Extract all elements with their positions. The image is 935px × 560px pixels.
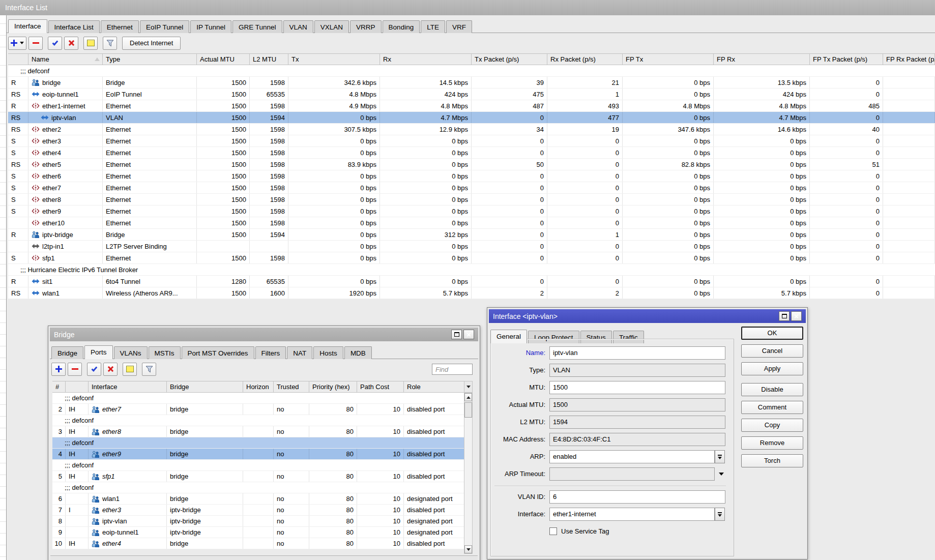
remove-button[interactable] <box>68 363 82 376</box>
disable-button[interactable]: Disable <box>741 383 803 396</box>
bridge-port-row[interactable]: 9eoip-tunnel1iptv-bridgeno8010designated… <box>52 527 468 538</box>
interface-row[interactable]: Sether6Ethernet150015980 bps0 bps000 bps… <box>8 170 935 182</box>
tab-ethernet[interactable]: Ethernet <box>101 20 139 33</box>
use-service-tag-checkbox[interactable] <box>549 527 557 535</box>
tab-gre-tunnel[interactable]: GRE Tunnel <box>232 20 282 33</box>
column-header-fp-tx-packet-p-s-[interactable]: FP Tx Packet (p/s) <box>810 54 883 65</box>
tab-general[interactable]: General <box>490 330 527 343</box>
interface-row[interactable]: Sether3Ethernet150015980 bps0 bps000 bps… <box>8 135 935 147</box>
tab-vlan[interactable]: VLAN <box>283 20 313 33</box>
disable-button[interactable] <box>64 37 78 50</box>
interface-row[interactable]: Riptv-bridgeBridge150015940 bps312 bps01… <box>8 229 935 241</box>
tab-vxlan[interactable]: VXLAN <box>314 20 349 33</box>
add-button[interactable] <box>8 37 26 50</box>
interface-row[interactable]: Sether7Ethernet150015980 bps0 bps000 bps… <box>8 182 935 194</box>
bridge-port-row[interactable]: 10IHether4bridgeno8010disabled port <box>52 538 468 549</box>
bridge-port-row[interactable]: 5IHsfp1bridgeno8010disabled port <box>52 471 468 482</box>
filter-button[interactable] <box>142 363 156 376</box>
tab-vrf[interactable]: VRF <box>446 20 472 33</box>
column-header-actual-mtu[interactable]: Actual MTU <box>197 54 250 65</box>
column-header-name[interactable]: Name <box>28 54 103 65</box>
comment-button[interactable] <box>83 37 98 50</box>
column-header-role[interactable]: Role <box>404 381 467 392</box>
column-header-rx-packet-p-s-[interactable]: Rx Packet (p/s) <box>547 54 623 65</box>
interface-row[interactable]: l2tp-in1L2TP Server Binding0 bps0 bps000… <box>8 241 935 252</box>
close-button[interactable]: × <box>791 311 802 321</box>
tab-bonding[interactable]: Bonding <box>383 20 420 33</box>
column-header-rx[interactable]: Rx <box>380 54 472 65</box>
tab-ip-tunnel[interactable]: IP Tunnel <box>190 20 231 33</box>
interface-row[interactable]: RSether2Ethernet15001598307.5 kbps12.9 k… <box>8 124 935 135</box>
interface-row[interactable]: RSwlan1Wireless (Atheros AR9...150016001… <box>8 287 935 299</box>
interface-dropdown-button[interactable] <box>715 508 725 521</box>
mtu-field[interactable]: 1500 <box>549 381 725 394</box>
arp-field[interactable]: enabled <box>549 450 715 463</box>
ok-button[interactable]: OK <box>741 327 803 340</box>
find-input[interactable] <box>432 364 473 375</box>
bridge-port-row[interactable]: 4IHether9bridgeno8010disabled port <box>52 449 468 460</box>
torch-button[interactable]: Torch <box>741 454 803 467</box>
remove-button[interactable]: Remove <box>741 436 803 450</box>
comment-row[interactable]: ;;; defconf <box>52 460 468 471</box>
bridge-port-row[interactable]: 6wlan1bridgeno8010designated port <box>52 493 468 505</box>
comment-row[interactable]: ;;; Hurricane Electric IPv6 Tunnel Broke… <box>8 264 935 276</box>
comment-button[interactable]: Comment <box>741 401 803 414</box>
tab-bridge[interactable]: Bridge <box>51 346 83 359</box>
column-header-fp-rx[interactable]: FP Rx <box>714 54 810 65</box>
comment-row[interactable]: ;;; defconf <box>52 482 468 493</box>
column-header-bridge[interactable]: Bridge <box>167 381 243 392</box>
interface-row[interactable]: RSiptv-vlanVLAN150015940 bps4.7 Mbps0477… <box>8 112 935 124</box>
tab-mdb[interactable]: MDB <box>344 346 372 359</box>
column-header-fp-rx-packet-p-s-[interactable]: FP Rx Packet (p/s) <box>883 54 935 65</box>
interface-row[interactable]: Ssfp1Ethernet150015980 bps0 bps000 bps0 … <box>8 252 935 264</box>
scroll-down-button[interactable] <box>464 545 472 553</box>
tab-interface[interactable]: Interface <box>8 19 47 33</box>
remove-button[interactable] <box>28 37 43 50</box>
column-header-flags[interactable] <box>66 381 89 392</box>
interface-row[interactable]: Sether4Ethernet150015980 bps0 bps000 bps… <box>8 147 935 159</box>
column-header-flags[interactable] <box>8 54 28 65</box>
column-header-l2-mtu[interactable]: L2 MTU <box>250 54 288 65</box>
interface-row[interactable]: Sether8Ethernet150015980 bps0 bps000 bps… <box>8 194 935 205</box>
tab-lte[interactable]: LTE <box>421 20 445 33</box>
column-header-path-cost[interactable]: Path Cost <box>357 381 404 392</box>
tab-hosts[interactable]: Hosts <box>313 346 343 359</box>
column-header-fp-tx[interactable]: FP Tx <box>623 54 714 65</box>
vlan-id-field[interactable]: 6 <box>549 490 725 504</box>
bridge-port-row[interactable]: 2IHether7bridgeno8010disabled port <box>52 404 468 415</box>
tab-filters[interactable]: Filters <box>255 346 286 359</box>
copy-button[interactable]: Copy <box>741 419 803 432</box>
column-header-tx[interactable]: Tx <box>288 54 380 65</box>
maximize-button[interactable] <box>779 311 790 321</box>
apply-button[interactable]: Apply <box>741 362 803 375</box>
dialog-titlebar[interactable]: Interface <iptv-vlan> × <box>489 309 806 323</box>
interface-row[interactable]: RbridgeBridge15001598342.6 kbps14.5 kbps… <box>8 77 935 89</box>
tab-mstis[interactable]: MSTIs <box>149 346 181 359</box>
tab-interface-list[interactable]: Interface List <box>48 20 100 33</box>
interface-field[interactable]: ether1-internet <box>549 508 715 521</box>
arp-dropdown-button[interactable] <box>715 450 725 463</box>
comment-row[interactable]: ;;; defconf <box>52 415 468 426</box>
tab-vrrp[interactable]: VRRP <box>350 20 382 33</box>
maximize-button[interactable] <box>451 330 462 339</box>
enable-button[interactable] <box>87 363 101 376</box>
disable-button[interactable] <box>103 363 118 376</box>
tab-port-mst-overrides[interactable]: Port MST Overrides <box>182 346 254 359</box>
comment-row[interactable]: ;;; defconf <box>52 393 468 404</box>
column-header-trusted[interactable]: Trusted <box>274 381 309 392</box>
interface-row[interactable]: Rsit16to4 Tunnel1280655350 bps0 bps000 b… <box>8 276 935 287</box>
tab-ports[interactable]: Ports <box>84 345 113 359</box>
bridge-port-row[interactable]: 8iptv-vlaniptv-bridgeno8010designated po… <box>52 516 468 527</box>
column-selector-button[interactable] <box>464 381 473 393</box>
column-header-type[interactable]: Type <box>103 54 197 65</box>
arp-timeout-dropdown-arrow[interactable] <box>719 473 724 476</box>
enable-button[interactable] <box>48 37 62 50</box>
detect-internet-button[interactable]: Detect Internet <box>122 37 181 50</box>
interface-row[interactable]: ether10Ethernet150015980 bps0 bps000 bps… <box>8 217 935 229</box>
bridge-port-row[interactable]: 3IHether8bridgeno8010disabled port <box>52 426 468 437</box>
interface-row[interactable]: Sether9Ethernet150015980 bps0 bps000 bps… <box>8 205 935 217</box>
interface-list-titlebar[interactable]: Interface List <box>0 0 935 15</box>
bridge-port-row[interactable]: 7Iether3iptv-bridgeno8010disabled port <box>52 505 468 516</box>
filter-button[interactable] <box>103 37 117 50</box>
close-button[interactable]: × <box>463 330 474 339</box>
